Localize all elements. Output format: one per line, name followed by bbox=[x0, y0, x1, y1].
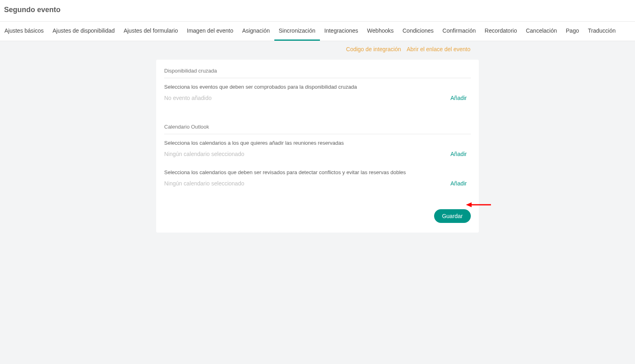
page-title: Segundo evento bbox=[4, 6, 631, 14]
outlook-desc-conflict: Selecciona los calendarios que deben ser… bbox=[164, 169, 471, 175]
tab-sincronizacion[interactable]: Sincronización bbox=[274, 22, 320, 41]
tab-pago[interactable]: Pago bbox=[562, 22, 584, 41]
outlook-add-empty: Ningún calendario seleccionado bbox=[164, 151, 244, 157]
cross-availability-desc: Selecciona los eventos que deben ser com… bbox=[164, 84, 471, 90]
integration-code-link[interactable]: Codigo de integración bbox=[346, 46, 401, 52]
outlook-conflict-empty: Ningún calendario seleccionado bbox=[164, 180, 244, 187]
outlook-conflict-add-link[interactable]: Añadir bbox=[451, 180, 467, 187]
save-button[interactable]: Guardar bbox=[434, 209, 471, 223]
tab-integraciones[interactable]: Integraciones bbox=[320, 22, 363, 41]
tab-ajustes-basicos[interactable]: Ajustes básicos bbox=[0, 22, 48, 41]
outlook-title: Calendario Outlook bbox=[164, 124, 471, 134]
settings-card: Disponibilidad cruzada Selecciona los ev… bbox=[156, 60, 479, 233]
tab-imagen-evento[interactable]: Imagen del evento bbox=[182, 22, 238, 41]
tab-recordatorio[interactable]: Recordatorio bbox=[480, 22, 521, 41]
tab-confirmacion[interactable]: Confirmación bbox=[438, 22, 480, 41]
tab-ajustes-disponibilidad[interactable]: Ajustes de disponibilidad bbox=[48, 22, 119, 41]
tab-ajustes-formulario[interactable]: Ajustes del formulario bbox=[119, 22, 182, 41]
tab-traduccion[interactable]: Traducción bbox=[583, 22, 620, 41]
tab-condiciones[interactable]: Condiciones bbox=[398, 22, 438, 41]
cross-availability-title: Disponibilidad cruzada bbox=[164, 68, 471, 78]
tab-asignacion[interactable]: Asignación bbox=[238, 22, 274, 41]
cross-availability-add-link[interactable]: Añadir bbox=[451, 95, 467, 101]
tab-webhooks[interactable]: Webhooks bbox=[363, 22, 398, 41]
tabs-container: Ajustes básicos Ajustes de disponibilida… bbox=[0, 22, 635, 41]
tab-cancelacion[interactable]: Cancelación bbox=[521, 22, 561, 41]
top-links: Codigo de integración Abrir el enlace de… bbox=[0, 41, 635, 52]
open-event-link[interactable]: Abrir el enlace del evento bbox=[407, 46, 470, 52]
outlook-add-link[interactable]: Añadir bbox=[451, 151, 467, 157]
cross-availability-empty: No evento añadido bbox=[164, 95, 212, 101]
outlook-desc-add: Selecciona los calendarios a los que qui… bbox=[164, 140, 471, 146]
